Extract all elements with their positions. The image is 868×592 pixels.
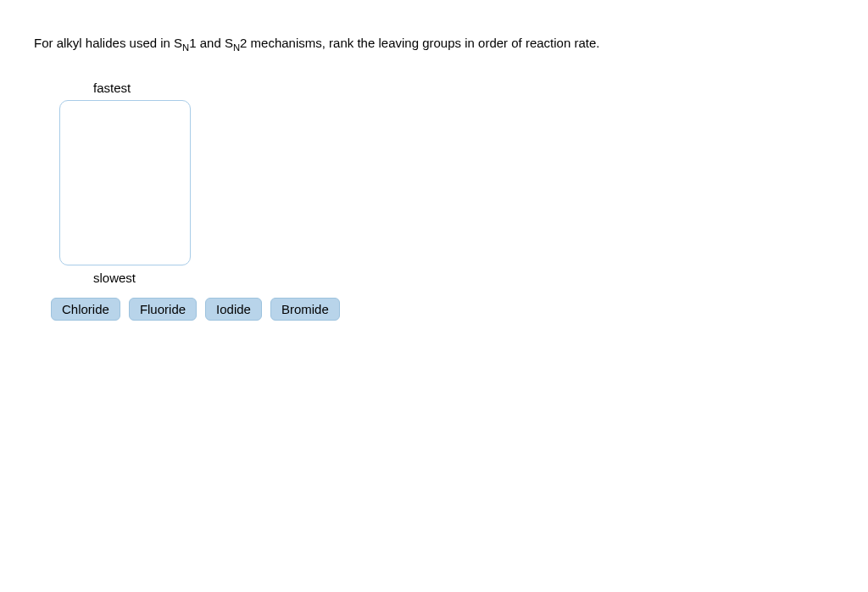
question-sub1: N: [182, 42, 189, 53]
label-slowest: slowest: [93, 271, 834, 285]
question-text: For alkyl halides used in SN1 and SN2 me…: [34, 34, 834, 55]
option-chloride[interactable]: Chloride: [51, 298, 120, 321]
drop-zone[interactable]: [59, 100, 191, 265]
question-sub2: N: [233, 42, 240, 53]
option-iodide[interactable]: Iodide: [205, 298, 262, 321]
options-row: Chloride Fluoride Iodide Bromide: [51, 298, 834, 321]
question-mid1: 1 and S: [189, 36, 233, 50]
question-mid2: 2 mechanisms, rank the leaving groups in…: [240, 36, 599, 50]
question-prefix: For alkyl halides used in S: [34, 36, 182, 50]
label-fastest: fastest: [93, 81, 834, 95]
option-bromide[interactable]: Bromide: [270, 298, 340, 321]
ranking-area: fastest slowest Chloride Fluoride Iodide…: [59, 81, 834, 321]
option-fluoride[interactable]: Fluoride: [129, 298, 197, 321]
